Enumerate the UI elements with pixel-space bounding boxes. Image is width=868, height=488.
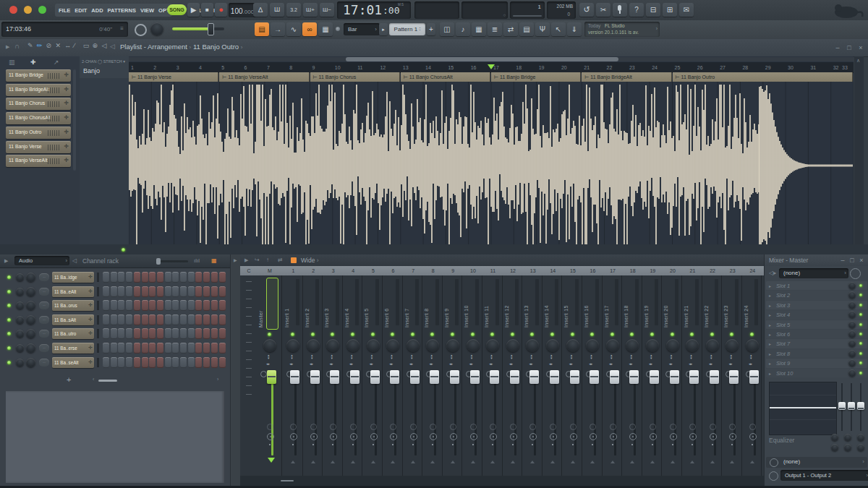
channel-volume-knob[interactable] xyxy=(26,329,35,338)
keyboard-editor-icon[interactable]: ▦ xyxy=(211,257,217,264)
pan-arrows[interactable]: ◂▸ xyxy=(266,361,270,366)
mixer-strip[interactable]: Insert 9▴ ▾◂▸ xyxy=(443,275,463,476)
strip-enable-led[interactable] xyxy=(268,333,271,336)
add-channel-button[interactable]: + xyxy=(67,375,71,384)
stereo-sep-arrows[interactable]: ▴ ▾ xyxy=(411,354,413,359)
stereo-sep-arrows[interactable]: ▴ ▾ xyxy=(550,354,553,359)
channel-enable-led[interactable] xyxy=(7,361,11,364)
window-zoom-button[interactable] xyxy=(38,6,46,14)
step-button[interactable] xyxy=(134,300,140,311)
song-mode-toggle[interactable]: SONG xyxy=(167,4,187,15)
fader-handle[interactable] xyxy=(450,370,459,384)
fx-slot-row[interactable]: ▸Slot 3 xyxy=(766,301,867,309)
stereo-sep-arrows[interactable]: ▴ ▾ xyxy=(371,354,373,359)
channel-rack-window-button[interactable]: ▦ xyxy=(472,22,486,36)
mixer-strip[interactable]: Insert 17▴ ▾◂▸ xyxy=(603,275,623,476)
eq-knob[interactable] xyxy=(831,434,838,441)
mixer-strip[interactable]: Insert 6▴ ▾◂▸ xyxy=(383,275,403,476)
fx-slot-row[interactable]: ▸Slot 9 xyxy=(766,359,867,367)
pattern-prev-button[interactable]: ▸ xyxy=(379,23,388,35)
arrangement-clip[interactable]: ⊢ 11 Banjo VerseAlt xyxy=(219,72,309,82)
feedback-button[interactable]: ✉ xyxy=(679,3,694,17)
slot-mix-knob[interactable] xyxy=(848,369,856,377)
slot-enable-led[interactable] xyxy=(859,372,862,374)
step-button[interactable] xyxy=(211,272,218,283)
playlist-v-scrollbar[interactable]: ∧ xyxy=(854,56,864,250)
mixer-col-master[interactable]: M xyxy=(258,268,282,273)
fader-handle[interactable] xyxy=(670,370,679,384)
slot-enable-led[interactable] xyxy=(859,294,862,296)
fader-handle[interactable] xyxy=(490,370,499,384)
slot-mix-knob[interactable] xyxy=(848,291,856,299)
cut-button[interactable]: ✂ xyxy=(596,3,610,17)
canvas-h-scrollbar[interactable] xyxy=(129,57,854,61)
pan-arrows[interactable]: ◂▸ xyxy=(669,361,673,366)
strip-enable-led[interactable] xyxy=(610,333,614,336)
slot-expand-arrow[interactable]: ▸ xyxy=(769,293,771,298)
piano-roll-window-button[interactable]: ♪ xyxy=(456,22,470,36)
channel-button[interactable]: 11 Ba..seAlt✛ xyxy=(52,357,94,368)
rack-menu-arrow[interactable]: ▶ xyxy=(4,258,8,264)
step-button[interactable] xyxy=(188,328,195,339)
fx-plugin-selector[interactable]: (none)› xyxy=(779,268,848,278)
stereo-sep-arrows[interactable]: ▴ ▾ xyxy=(630,354,632,359)
stereo-sep-arrows[interactable]: ▴ ▾ xyxy=(430,354,433,359)
step-button[interactable] xyxy=(134,357,140,368)
strip-pan-knob[interactable] xyxy=(446,339,459,352)
pattern-selector[interactable]: Pattern 1 ∶ xyxy=(389,23,425,35)
fx-slot-row[interactable]: ▸Slot 7 xyxy=(766,339,867,348)
picker-clip-item[interactable]: 11 Banjo VerseAlt✛ xyxy=(6,155,71,167)
strip-pan-knob[interactable] xyxy=(486,339,499,352)
step-button[interactable] xyxy=(149,314,156,325)
channel-target-button[interactable]: ·· xyxy=(39,344,49,352)
strip-pan-knob[interactable] xyxy=(286,339,299,352)
stereo-sep-arrows[interactable]: ▴ ▾ xyxy=(490,354,493,359)
stereo-sep-arrows[interactable]: ▴ ▾ xyxy=(610,354,613,359)
mixer-strip[interactable]: Insert 11▴ ▾◂▸ xyxy=(483,275,503,476)
strip-enable-led[interactable] xyxy=(371,333,375,336)
fader-handle[interactable] xyxy=(570,370,579,384)
clip-drag-handle[interactable]: ✛ xyxy=(64,72,69,78)
step-button[interactable] xyxy=(219,328,226,339)
slot-mix-knob[interactable] xyxy=(848,340,856,347)
pan-arrows[interactable]: ◂▸ xyxy=(349,361,353,366)
slot-expand-arrow[interactable]: ▸ xyxy=(769,312,771,317)
step-button[interactable] xyxy=(211,357,218,368)
fader-handle[interactable] xyxy=(290,370,299,384)
strip-pan-knob[interactable] xyxy=(646,339,659,352)
step-button[interactable] xyxy=(118,300,124,311)
step-button[interactable] xyxy=(111,286,117,297)
step-button[interactable] xyxy=(203,328,210,339)
pan-arrows[interactable]: ◂▸ xyxy=(289,361,293,366)
mixer-strip[interactable]: Insert 22▴ ▾◂▸ xyxy=(703,275,723,476)
channel-pan-knob[interactable] xyxy=(16,288,24,296)
pan-arrows[interactable]: ◂▸ xyxy=(370,361,373,366)
step-button[interactable] xyxy=(219,314,226,325)
step-button[interactable] xyxy=(126,357,132,368)
step-button[interactable] xyxy=(157,272,163,283)
fx-slot-row[interactable]: ▸Slot 5 xyxy=(766,320,867,329)
channel-enable-led[interactable] xyxy=(7,318,11,322)
step-button[interactable] xyxy=(157,343,163,354)
mixer-strip[interactable]: Insert 3▴ ▾◂▸ xyxy=(323,275,343,476)
strip-enable-led[interactable] xyxy=(630,333,634,336)
slip-tool-button[interactable]: ↔ xyxy=(64,42,71,49)
swing-handle[interactable] xyxy=(156,258,161,265)
arrangement-clip[interactable]: ⊢ 11 Banjo BridgeAlt xyxy=(582,72,671,82)
strip-pan-knob[interactable] xyxy=(606,339,619,352)
step-button[interactable] xyxy=(103,286,109,297)
stereo-sep-arrows[interactable]: ▴ ▾ xyxy=(590,354,592,359)
mixer-col-current[interactable]: C xyxy=(242,268,256,273)
clip-drag-handle[interactable]: ✛ xyxy=(64,100,69,106)
timeline-ruler[interactable]: 1234567891011121314151617181920212223242… xyxy=(129,62,854,73)
step-button[interactable] xyxy=(165,328,171,339)
step-button[interactable] xyxy=(157,328,163,339)
picker-tab-automation[interactable]: ↗ xyxy=(54,59,59,66)
track-header[interactable]: 2-CHAN ◯ STRETCH ▾ Banjo xyxy=(80,56,129,250)
mixer-strip[interactable]: Insert 8▴ ▾◂▸ xyxy=(423,275,443,476)
snap-magnet-icon[interactable]: ∩ xyxy=(14,42,20,50)
stereo-sep-arrows[interactable]: ▴ ▾ xyxy=(451,354,453,359)
channel-drag-handle[interactable]: ✛ xyxy=(88,359,93,365)
pattern-link-button[interactable]: ∞ xyxy=(302,22,317,36)
countdown-button[interactable]: 3.2 xyxy=(286,3,301,17)
